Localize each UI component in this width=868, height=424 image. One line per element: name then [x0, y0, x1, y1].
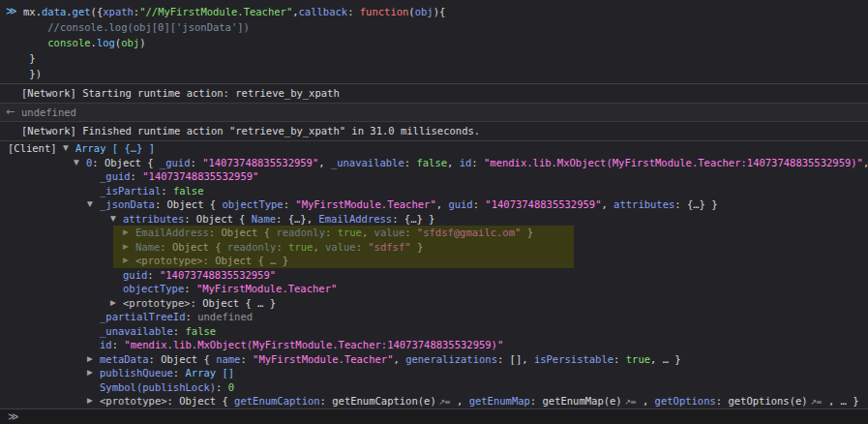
- tree-row-ispartial: _isPartial: false: [0, 184, 868, 198]
- input-history-line-5: }): [0, 66, 868, 81]
- twisty-spacer: [87, 191, 100, 193]
- tree-row-partialtreeid: _partialTreeId: undefined: [0, 310, 868, 324]
- tree-row-unavailable: _unavailable: false: [0, 324, 868, 339]
- console-result-undefined: ←undefined: [0, 104, 868, 122]
- console-input[interactable]: ≫: [0, 409, 868, 424]
- input-prompt-icon: ≫: [8, 410, 19, 423]
- twisty-collapsed-icon[interactable]: ▶: [123, 254, 135, 268]
- tree-row-jsondata-prototype[interactable]: ▶<prototype>: Object { … }: [0, 296, 868, 311]
- console-input-history: ≫ mx.data.get({xpath:"//MyFirstModule.Te…: [0, 0, 868, 84]
- jump-to-definition-icon: ↗≡: [808, 398, 823, 407]
- twisty-spacer: [87, 345, 100, 347]
- jump-to-definition-icon: ↗≡: [622, 398, 637, 407]
- tree-row-objecttype: objectType: "MyFirstModule.Teacher": [0, 282, 868, 296]
- console-message-starting: [Network] Starting runtime action: retri…: [0, 84, 868, 104]
- tree-row-jsondata-guid: guid: "14073748835532959": [0, 268, 868, 283]
- tree-row-metadata[interactable]: ▶metaData: Object { name: "MyFirstModule…: [0, 352, 868, 367]
- tree-row-client-array[interactable]: [Client] ▼Array [ {…} ]: [0, 141, 868, 156]
- twisty-spacer: [87, 387, 100, 389]
- tree-row-emailaddress[interactable]: ▶EmailAddress: Object { readonly: true, …: [0, 226, 868, 240]
- tree-row-guid: _guid: "14073748835532959": [0, 169, 868, 184]
- twisty-spacer: [87, 176, 100, 178]
- tree-row-publishlock-symbol: Symbol(publishLock): 0: [0, 380, 868, 395]
- input-prompt-icon: ≫: [6, 4, 17, 19]
- input-history-line-3: console.log(obj): [0, 35, 868, 50]
- tree-row-name[interactable]: ▶Name: Object { readonly: true, value: "…: [0, 240, 868, 255]
- input-history-line-1: mx.data.get({xpath:"//MyFirstModule.Teac…: [0, 4, 868, 19]
- twisty-spacer: [87, 317, 100, 318]
- jump-to-definition-icon: ↗≡: [436, 398, 451, 407]
- console-message-finished: [Network] Finished runtime action "retri…: [0, 122, 868, 141]
- tree-row-attributes[interactable]: ▼attributes: Object { Name: {…}, EmailAd…: [0, 212, 868, 227]
- tree-row-id: id: "mendix.lib.MxObject(MyFirstModule.T…: [0, 338, 868, 352]
- twisty-collapsed-icon[interactable]: ▶: [110, 296, 123, 311]
- twisty-expanded-icon[interactable]: ▼: [110, 212, 123, 227]
- twisty-spacer: [110, 275, 123, 277]
- console-messages: [Network] Starting runtime action: retri…: [0, 84, 868, 141]
- object-inspector-tree: [Client] ▼Array [ {…} ]▼0: Object { _gui…: [0, 141, 868, 409]
- twisty-expanded-icon[interactable]: ▼: [74, 156, 86, 170]
- twisty-expanded-icon[interactable]: ▼: [63, 141, 75, 156]
- twisty-collapsed-icon[interactable]: ▶: [87, 366, 100, 380]
- tree-row-object-prototype[interactable]: ▶<prototype>: Object { getEnumCaption: g…: [0, 394, 868, 409]
- twisty-collapsed-icon[interactable]: ▶: [87, 394, 100, 409]
- tree-row-attributes-prototype[interactable]: ▶<prototype>: Object { … }: [0, 254, 868, 268]
- tree-row-publishqueue[interactable]: ▶publishQueue: Array []: [0, 366, 868, 380]
- evaluation-result-arrow-icon: ←: [6, 104, 15, 121]
- twisty-collapsed-icon[interactable]: ▶: [87, 352, 100, 367]
- twisty-collapsed-icon[interactable]: ▶: [123, 226, 135, 240]
- input-history-line-4: }: [0, 50, 868, 66]
- client-badge: [Client]: [8, 142, 63, 154]
- twisty-expanded-icon[interactable]: ▼: [87, 197, 100, 212]
- devtools-console-panel: ≫ mx.data.get({xpath:"//MyFirstModule.Te…: [0, 0, 868, 424]
- twisty-collapsed-icon[interactable]: ▶: [123, 240, 135, 255]
- input-history-line-2: //console.log(obj[0]['jsonData']): [0, 19, 868, 35]
- tree-row-item-0[interactable]: ▼0: Object { _guid: "14073748835532959",…: [0, 156, 868, 170]
- twisty-spacer: [87, 331, 100, 333]
- twisty-spacer: [110, 288, 123, 290]
- tree-row-jsondata[interactable]: ▼_jsonData: Object { objectType: "MyFirs…: [0, 197, 868, 212]
